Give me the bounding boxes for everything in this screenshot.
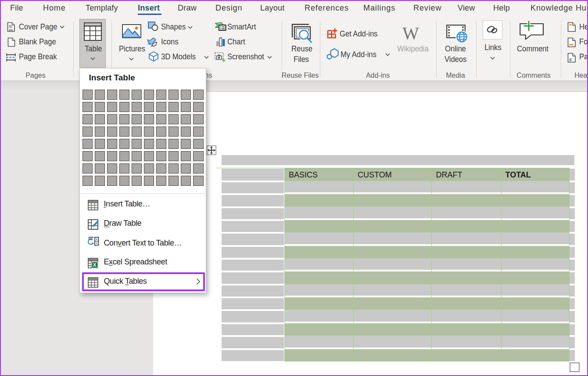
svg-text:#: #: [569, 57, 572, 62]
svg-text:X: X: [93, 262, 97, 268]
